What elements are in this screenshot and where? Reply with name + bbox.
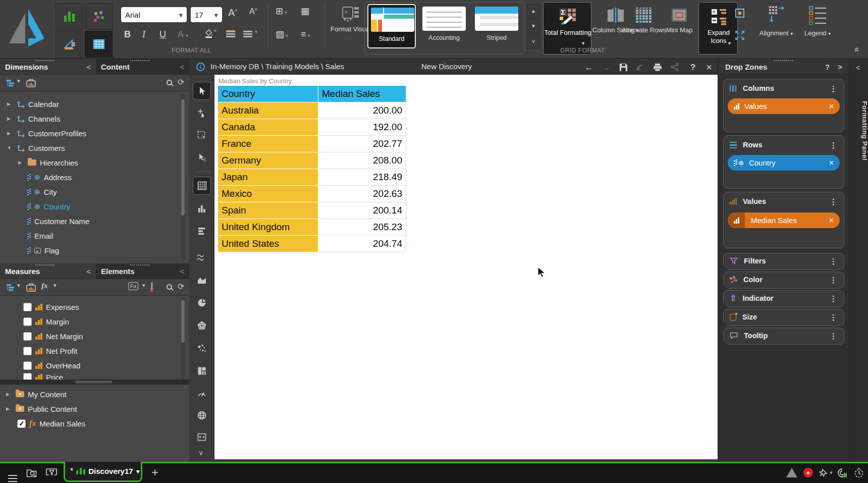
refresh-icon[interactable] bbox=[178, 78, 184, 86]
tree-item-channels[interactable]: Channels bbox=[7, 112, 179, 126]
expander-icon[interactable] bbox=[7, 146, 13, 150]
content-tab[interactable]: Content bbox=[96, 59, 189, 75]
tree-item-my-content[interactable]: ● My Content bbox=[6, 387, 178, 401]
dropzone-color[interactable]: Color bbox=[723, 272, 844, 289]
design-tools-toggle[interactable] bbox=[56, 31, 83, 58]
map-tool[interactable] bbox=[193, 406, 211, 424]
checkbox[interactable] bbox=[23, 347, 32, 355]
menu-icon[interactable] bbox=[8, 472, 17, 480]
row-header-cell[interactable]: Germany bbox=[218, 152, 318, 169]
checkbox[interactable] bbox=[23, 361, 32, 370]
info-icon[interactable] bbox=[196, 63, 205, 71]
fx-folder-icon[interactable]: Fx bbox=[128, 282, 138, 290]
add-interaction-tool[interactable] bbox=[193, 104, 211, 122]
tree-item-customerprofiles[interactable]: CustomerProfiles bbox=[7, 126, 179, 140]
compress-grid-button[interactable] bbox=[733, 6, 747, 20]
grid-row[interactable]: United Kingdom205.23 bbox=[218, 219, 406, 236]
kebab-menu-icon[interactable] bbox=[830, 332, 838, 340]
chevron-down-icon[interactable] bbox=[17, 283, 20, 288]
redo-icon[interactable] bbox=[600, 61, 612, 73]
value-cell[interactable]: 202.77 bbox=[318, 136, 406, 152]
highlight-select-tool[interactable] bbox=[193, 148, 211, 167]
expand-grid-button[interactable] bbox=[733, 28, 747, 42]
fill-color-button[interactable] bbox=[203, 28, 216, 41]
model-case-icon[interactable] bbox=[26, 283, 36, 292]
value-cell[interactable]: 208.00 bbox=[318, 152, 406, 169]
dropzone-values[interactable]: Values Median Sales bbox=[723, 192, 844, 248]
chevron-down-icon[interactable] bbox=[142, 283, 145, 288]
chevron-down-icon[interactable] bbox=[53, 283, 57, 288]
add-new-icon[interactable] bbox=[803, 468, 813, 477]
grid-row[interactable]: Australia200.00 bbox=[218, 102, 406, 119]
chip-country[interactable]: Country bbox=[728, 155, 840, 171]
formatting-panel-strip[interactable]: Formatting Panel bbox=[849, 59, 868, 462]
grid-row[interactable]: Mexico202.63 bbox=[218, 186, 406, 202]
area-chart-tool[interactable] bbox=[193, 271, 211, 289]
chip-median-sales[interactable]: Median Sales bbox=[728, 212, 840, 228]
collapse-panel-icon[interactable] bbox=[180, 267, 184, 275]
kebab-menu-icon[interactable] bbox=[830, 85, 838, 92]
data-grid[interactable]: Country Median Sales Australia200.00 Can… bbox=[218, 86, 406, 252]
clear-selection-icon[interactable] bbox=[151, 282, 152, 292]
kebab-menu-icon[interactable] bbox=[830, 313, 838, 321]
measure-item[interactable]: Net Profit bbox=[23, 344, 195, 358]
grid-row[interactable]: Germany208.00 bbox=[218, 152, 406, 169]
radar-chart-tool[interactable] bbox=[193, 316, 211, 335]
select-tool[interactable] bbox=[193, 82, 211, 100]
row-header-cell[interactable]: Japan bbox=[218, 169, 318, 186]
tree-item-city[interactable]: City bbox=[27, 185, 199, 199]
scatter-chart-tool[interactable] bbox=[193, 339, 211, 357]
chip-values[interactable]: Values bbox=[728, 98, 840, 114]
font-family-select[interactable]: Arial bbox=[121, 7, 187, 22]
checkbox[interactable] bbox=[23, 317, 32, 326]
line-chart-tool[interactable] bbox=[193, 248, 211, 266]
collapse-panel-icon[interactable] bbox=[180, 63, 184, 71]
value-cell[interactable]: 218.49 bbox=[318, 169, 406, 186]
tree-item-email[interactable]: Email bbox=[27, 229, 199, 243]
collapse-panel-icon[interactable] bbox=[86, 267, 91, 275]
chart-visual-toggle[interactable] bbox=[56, 3, 83, 30]
collapse-panel-icon[interactable] bbox=[86, 63, 91, 71]
value-cell[interactable]: 200.14 bbox=[318, 202, 406, 219]
row-header-cell[interactable]: Australia bbox=[218, 102, 318, 119]
tree-item-flag[interactable]: Flag bbox=[27, 243, 199, 257]
drag-handle[interactable] bbox=[774, 60, 793, 61]
kebab-menu-icon[interactable] bbox=[830, 141, 838, 149]
bar-chart-tool[interactable] bbox=[193, 222, 211, 240]
underline-button[interactable]: U bbox=[159, 29, 166, 40]
dropzone-tooltip[interactable]: Tooltip bbox=[723, 328, 844, 345]
row-header-cell[interactable]: United Kingdom bbox=[218, 219, 318, 236]
grid-visual-tool[interactable] bbox=[193, 177, 211, 195]
publish-icon[interactable] bbox=[634, 61, 646, 73]
expander-icon[interactable] bbox=[6, 407, 12, 411]
measures-scrollbar[interactable] bbox=[181, 297, 185, 380]
grid-header-cell[interactable]: Median Sales bbox=[318, 86, 406, 102]
kebab-menu-icon[interactable] bbox=[830, 295, 838, 302]
tree-item-customer-name[interactable]: Customer Name bbox=[27, 214, 199, 228]
row-header-cell[interactable]: Mexico bbox=[218, 186, 318, 202]
value-cell[interactable]: 204.74 bbox=[318, 236, 406, 252]
tree-item-median-sales[interactable]: fx Median Sales bbox=[17, 416, 189, 431]
refresh-icon[interactable] bbox=[178, 283, 184, 291]
remove-chip-icon[interactable] bbox=[829, 217, 834, 225]
row-height-button[interactable] bbox=[226, 29, 235, 40]
grid-header-row[interactable]: Country Median Sales bbox=[218, 86, 406, 102]
tree-view-icon[interactable] bbox=[6, 284, 15, 291]
remove-chip-icon[interactable] bbox=[829, 102, 834, 111]
tree-item-address[interactable]: Address bbox=[27, 170, 199, 184]
italic-button[interactable]: I bbox=[142, 29, 145, 40]
tree-item-hierarchies[interactable]: Hierarchies bbox=[18, 155, 190, 170]
mini-map-button[interactable]: Mini Map bbox=[662, 26, 696, 34]
value-cell[interactable]: 202.63 bbox=[318, 186, 406, 202]
gallery-scroll-down[interactable] bbox=[527, 19, 540, 33]
treemap-tool[interactable] bbox=[193, 362, 211, 380]
grow-font-button[interactable]: A bbox=[228, 7, 237, 19]
font-color-button[interactable]: A bbox=[178, 29, 188, 40]
measures-panel-header[interactable]: Measures bbox=[0, 263, 96, 279]
clear-formatting-button[interactable] bbox=[276, 29, 288, 40]
row-height-auto-button[interactable] bbox=[243, 29, 257, 40]
shrink-font-button[interactable]: A bbox=[249, 7, 257, 16]
custom-visual-tool[interactable] bbox=[193, 428, 211, 446]
value-cell[interactable]: 200.00 bbox=[318, 102, 406, 119]
dropzone-rows[interactable]: Rows Country bbox=[723, 135, 844, 189]
